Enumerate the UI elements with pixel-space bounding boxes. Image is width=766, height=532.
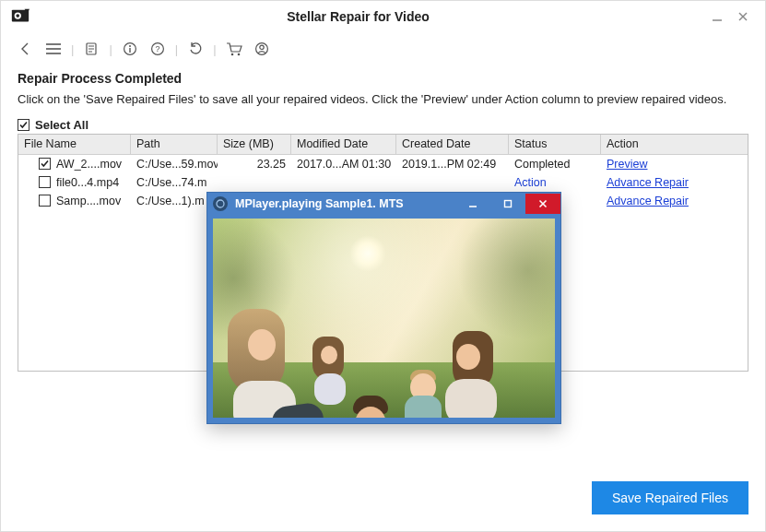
page-description: Click on the 'Save Repaired Files' to sa… [18, 91, 748, 109]
preview-close-button[interactable] [525, 194, 560, 214]
window-close-button[interactable] [730, 4, 756, 30]
svg-point-22 [217, 200, 224, 207]
col-created[interactable]: Created Date [396, 135, 509, 154]
page-heading: Repair Process Completed [18, 71, 748, 86]
action-preview-link[interactable]: Preview [607, 158, 647, 171]
cell-created: 2019.1...PM 02:49 [396, 158, 509, 171]
app-title: Stellar Repair for Video [12, 9, 704, 24]
col-modified[interactable]: Modified Date [291, 135, 396, 154]
toolbar-separator: | [109, 42, 112, 56]
cell-filename: file0...4.mp4 [56, 176, 119, 189]
preview-titlebar[interactable]: MPlayer.playing Sample1. MTS [207, 193, 560, 215]
refresh-icon[interactable] [183, 37, 207, 61]
cart-icon[interactable] [222, 37, 246, 61]
svg-rect-24 [505, 201, 512, 207]
action-advance-repair-link[interactable]: Advance Repair [607, 195, 689, 207]
toolbar: | | ? | | [1, 32, 765, 65]
table-row[interactable]: AW_2....mov C:/Use...59.mov 23.25 2017.0… [18, 155, 748, 173]
preview-frame [207, 215, 560, 423]
footer: Save Repaired Files [1, 470, 765, 531]
col-path[interactable]: Path [131, 135, 218, 154]
user-icon[interactable] [250, 37, 274, 61]
col-filename[interactable]: File Name [18, 135, 131, 154]
cell-path: C:/Use...1).m [131, 195, 218, 207]
col-size[interactable]: Size (MB) [218, 135, 291, 154]
preview-video-frame [213, 219, 555, 418]
titlebar: Stellar Repair for Video [1, 1, 765, 32]
cell-filename: Samp....mov [56, 195, 121, 207]
window-minimize-button[interactable] [704, 4, 730, 30]
app-window: Stellar Repair for Video | | ? | | Repai… [0, 0, 766, 532]
back-button[interactable] [14, 37, 38, 61]
help-icon[interactable]: ? [146, 37, 170, 61]
cell-size: 23.25 [218, 158, 291, 171]
cell-status: Action [509, 176, 601, 189]
action-advance-repair-link[interactable]: Advance Repair [607, 176, 689, 189]
cell-path: C:/Use...74.m [131, 176, 218, 189]
col-action[interactable]: Action [601, 135, 748, 154]
svg-point-14 [129, 45, 131, 47]
select-all-label: Select All [35, 118, 88, 132]
cell-filename: AW_2....mov [56, 158, 122, 171]
menu-icon[interactable] [41, 37, 65, 61]
grid-header: File Name Path Size (MB) Modified Date C… [18, 135, 748, 155]
save-repaired-files-button[interactable]: Save Repaired Files [592, 481, 748, 514]
table-row[interactable]: file0...4.mp4 C:/Use...74.m Action Advan… [18, 173, 748, 192]
svg-point-19 [237, 53, 240, 56]
svg-point-18 [230, 53, 233, 56]
svg-point-21 [259, 45, 263, 49]
preview-title: MPlayer.playing Sample1. MTS [235, 197, 455, 210]
info-icon[interactable] [118, 37, 142, 61]
svg-text:?: ? [155, 44, 159, 53]
cell-modified: 2017.0...AM 01:30 [291, 158, 396, 171]
row-checkbox[interactable] [39, 158, 51, 170]
preview-player-window[interactable]: MPlayer.playing Sample1. MTS [206, 192, 561, 424]
select-all-row[interactable]: Select All [18, 118, 748, 132]
cell-status: Completed [509, 158, 601, 171]
player-app-icon [213, 196, 228, 211]
col-status[interactable]: Status [509, 135, 601, 154]
toolbar-separator: | [175, 42, 178, 56]
toolbar-separator: | [213, 42, 216, 56]
cell-path: C:/Use...59.mov [131, 158, 218, 171]
preview-minimize-button[interactable] [455, 194, 490, 214]
row-checkbox[interactable] [39, 176, 51, 188]
toolbar-separator: | [71, 42, 74, 56]
preview-maximize-button[interactable] [490, 194, 525, 214]
select-all-checkbox[interactable] [18, 119, 29, 131]
row-checkbox[interactable] [39, 195, 51, 207]
log-icon[interactable] [79, 37, 103, 61]
